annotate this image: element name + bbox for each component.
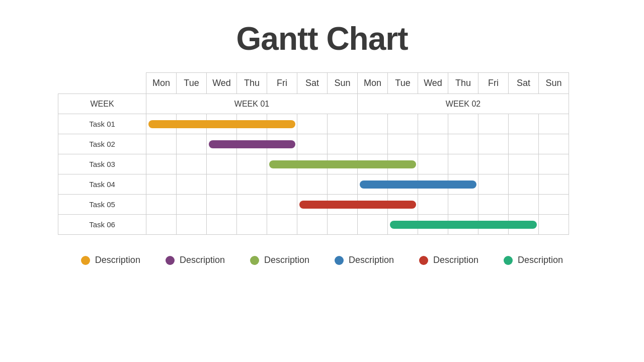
- task-1-day-11: [478, 134, 509, 154]
- task-2-day-1: [177, 154, 207, 174]
- legend-dot-5: [504, 256, 513, 265]
- task-4-day-1: [177, 195, 207, 215]
- task-4-day-12: [509, 195, 539, 215]
- task-2-day-3: [237, 154, 267, 174]
- legend-dot-0: [81, 256, 90, 265]
- task-row-2: Task 03: [58, 154, 586, 174]
- task-1-day-8: [388, 134, 418, 154]
- day-header-5: Sat: [297, 73, 328, 94]
- task-4-day-11: [478, 195, 509, 215]
- day-header-7: Mon: [358, 73, 388, 94]
- day-header-3: Thu: [237, 73, 267, 94]
- task-3-day-6: [328, 174, 358, 195]
- task-1-day-12: [509, 134, 539, 154]
- task-4-day-3: [237, 195, 267, 215]
- day-header-4: Fri: [267, 73, 297, 94]
- task-3-day-11: [478, 174, 509, 195]
- task-0-day-13: [539, 114, 569, 134]
- task-3-day-0: [146, 174, 177, 195]
- bar-task-2: [269, 160, 416, 168]
- task-3-day-4: [267, 174, 297, 195]
- day-header-13: Sun: [539, 73, 569, 94]
- task-5-day-2: [207, 215, 237, 235]
- task-1-day-7: [358, 134, 388, 154]
- day-header-8: Tue: [388, 73, 418, 94]
- task-2-day-2: [207, 154, 237, 174]
- legend-item-4: Description: [419, 255, 478, 265]
- legend-item-1: Description: [166, 255, 225, 265]
- task-0-day-5: [297, 114, 328, 134]
- task-label-5: Task 06: [58, 215, 146, 235]
- legend-item-0: Description: [81, 255, 140, 265]
- task-5-day-0: [146, 215, 177, 235]
- gantt-chart: MonTueWedThuFriSatSunMonTueWedThuFriSatS…: [58, 72, 586, 235]
- task-4-day-10: [448, 195, 478, 215]
- day-header-0: Mon: [146, 73, 177, 94]
- legend-label-5: Description: [518, 255, 563, 265]
- task-2-day-11: [478, 154, 509, 174]
- task-4-day-4: [267, 195, 297, 215]
- legend-label-4: Description: [433, 255, 478, 265]
- bar-task-4: [299, 201, 416, 209]
- bar-task-5: [390, 221, 537, 229]
- task-label-3: Task 04: [58, 174, 146, 195]
- task-1-day-0: [146, 134, 177, 154]
- week01-label: WEEK 01: [146, 94, 358, 114]
- task-4-day-2: [207, 195, 237, 215]
- task-3-day-2: [207, 174, 237, 195]
- bar-task-3: [360, 180, 476, 189]
- task-2-day-10: [448, 154, 478, 174]
- task-3-day-12: [509, 174, 539, 195]
- bar-task-1: [209, 140, 295, 148]
- legend-dot-3: [335, 256, 344, 265]
- task-2-day-0: [146, 154, 177, 174]
- task-3-day-1: [177, 174, 207, 195]
- task-0-day-10: [448, 114, 478, 134]
- task-row-0: Task 01: [58, 114, 586, 134]
- task-1-day-1: [177, 134, 207, 154]
- day-header-12: Sat: [509, 73, 539, 94]
- task-1-day-9: [418, 134, 448, 154]
- task-3-day-13: [539, 174, 569, 195]
- week-label-cell: WEEK: [58, 94, 146, 114]
- legend-label-1: Description: [180, 255, 225, 265]
- task-0-day-12: [509, 114, 539, 134]
- task-2-day-13: [539, 154, 569, 174]
- task-row-4: Task 05: [58, 195, 586, 215]
- task-2-day-9: [418, 154, 448, 174]
- task-0-day-8: [388, 114, 418, 134]
- task-3-day-5: [297, 174, 328, 195]
- legend-dot-1: [166, 256, 175, 265]
- task-0-day-6: [328, 114, 358, 134]
- task-row-5: Task 06: [58, 215, 586, 235]
- task-5-day-4: [267, 215, 297, 235]
- task-1-day-6: [328, 134, 358, 154]
- week02-label: WEEK 02: [358, 94, 569, 114]
- legend-item-3: Description: [335, 255, 394, 265]
- day-header-10: Thu: [448, 73, 478, 94]
- day-header-6: Sun: [328, 73, 358, 94]
- legend-label-3: Description: [349, 255, 394, 265]
- task-1-day-10: [448, 134, 478, 154]
- legend-item-5: Description: [504, 255, 563, 265]
- task-1-day-13: [539, 134, 569, 154]
- day-header-11: Fri: [478, 73, 509, 94]
- task-0-day-9: [418, 114, 448, 134]
- task-label-1: Task 02: [58, 134, 146, 154]
- task-3-day-3: [237, 174, 267, 195]
- task-4-day-0: [146, 195, 177, 215]
- task-0-day-11: [478, 114, 509, 134]
- task-row-1: Task 02: [58, 134, 586, 154]
- task-label-4: Task 05: [58, 195, 146, 215]
- task-1-day-5: [297, 134, 328, 154]
- task-5-day-1: [177, 215, 207, 235]
- task-label-0: Task 01: [58, 114, 146, 134]
- task-5-day-7: [358, 215, 388, 235]
- task-4-day-9: [418, 195, 448, 215]
- header-label-cell: [58, 73, 146, 94]
- bar-task-0: [148, 120, 295, 128]
- task-5-day-13: [539, 215, 569, 235]
- legend: DescriptionDescriptionDescriptionDescrip…: [0, 255, 644, 265]
- task-row-3: Task 04: [58, 174, 586, 195]
- task-0-day-7: [358, 114, 388, 134]
